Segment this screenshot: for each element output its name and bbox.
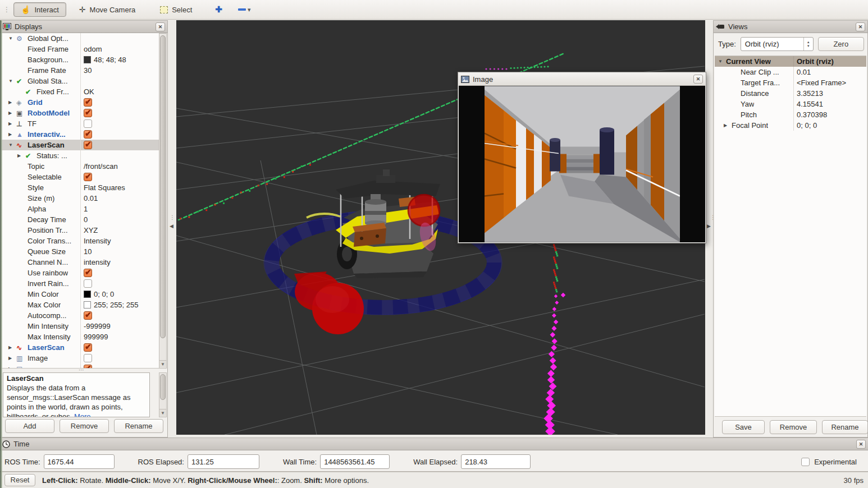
time-close-button[interactable]: ✕ xyxy=(856,440,866,449)
row-value[interactable]: intensity xyxy=(80,257,159,268)
tree-row[interactable]: Distance3.35213 xyxy=(715,88,866,99)
tree-row[interactable]: Backgroun...48; 48; 48 xyxy=(1,54,159,65)
row-value[interactable]: OK xyxy=(80,86,159,97)
row-value[interactable]: 999999 xyxy=(80,332,159,342)
displays-panel-header[interactable]: Displays ✕ xyxy=(1,21,167,33)
row-value[interactable]: 3.35213 xyxy=(793,88,866,99)
tree-row[interactable]: ▶▲Interactiv... xyxy=(1,129,159,140)
toolbar-grip-icon[interactable]: ⋮ xyxy=(3,6,8,13)
row-value[interactable] xyxy=(80,278,159,289)
expand-arrow-icon[interactable]: ▼ xyxy=(717,59,726,64)
tree-row[interactable]: Alpha1 xyxy=(1,204,159,214)
row-value[interactable]: -999999 xyxy=(80,321,159,332)
tree-row[interactable]: Fixed Frameodom xyxy=(1,44,159,54)
remove-view-button[interactable]: Remove xyxy=(770,420,817,434)
description-scrollbar[interactable]: ▼ xyxy=(159,372,167,417)
row-value[interactable] xyxy=(80,353,159,363)
row-value[interactable] xyxy=(80,268,159,278)
expand-arrow-icon[interactable]: ▶ xyxy=(7,111,16,116)
row-value[interactable]: 0; 0; 0 xyxy=(793,120,866,131)
row-value[interactable]: /front/scan xyxy=(80,161,159,172)
tree-row[interactable]: ▶Focal Point0; 0; 0 xyxy=(715,120,866,131)
row-value[interactable]: 30 xyxy=(80,65,159,76)
row-value[interactable] xyxy=(80,342,159,353)
tree-row[interactable]: Use rainbow xyxy=(1,268,159,278)
tree-row[interactable]: Channel N...intensity xyxy=(1,257,159,268)
row-value[interactable]: 0; 0; 0 xyxy=(80,289,159,300)
expand-arrow-icon[interactable]: ▶ xyxy=(7,356,16,361)
row-value[interactable] xyxy=(80,129,159,140)
row-value[interactable]: 0.01 xyxy=(80,193,159,204)
expand-arrow-icon[interactable]: ▶ xyxy=(7,100,16,105)
checkbox[interactable] xyxy=(84,311,92,320)
checkbox[interactable] xyxy=(84,98,92,107)
select-tool-button[interactable]: Select xyxy=(153,3,199,17)
checkbox[interactable] xyxy=(84,109,92,117)
chevron-down-icon[interactable]: ▾ xyxy=(248,6,251,13)
row-value[interactable] xyxy=(80,172,159,182)
row-value[interactable] xyxy=(80,118,159,129)
left-splitter[interactable]: ⋮ ◀ xyxy=(168,20,176,435)
remove-tool-button[interactable]: ▾ xyxy=(238,6,251,13)
tree-row[interactable]: ▶⊥TF xyxy=(1,118,159,129)
checkbox[interactable] xyxy=(84,269,92,277)
row-value[interactable]: 10 xyxy=(80,246,159,257)
row-value[interactable]: 1 xyxy=(80,204,159,214)
add-tool-button[interactable]: ✚ xyxy=(213,4,225,15)
tree-row[interactable]: ▶▣RobotModel xyxy=(1,108,159,118)
displays-tree-scrollbar[interactable]: ▼ xyxy=(159,33,167,369)
row-value[interactable]: 0.01 xyxy=(793,67,866,77)
tree-row[interactable]: Target Fra...<Fixed Frame> xyxy=(715,77,866,88)
reset-button[interactable]: Reset xyxy=(4,474,35,486)
tree-row[interactable]: Topic/front/scan xyxy=(1,161,159,172)
expand-arrow-icon[interactable]: ▼ xyxy=(7,142,16,148)
row-value[interactable]: 48; 48; 48 xyxy=(80,54,159,65)
row-value[interactable] xyxy=(80,33,159,44)
row-value[interactable] xyxy=(80,97,159,108)
displays-close-button[interactable]: ✕ xyxy=(156,22,165,31)
expand-arrow-icon[interactable]: ▶ xyxy=(7,132,16,137)
tree-row[interactable]: Autocomp... xyxy=(1,310,159,321)
row-value[interactable] xyxy=(80,150,159,161)
tree-row[interactable]: ▼⚙Global Opt... xyxy=(1,33,159,44)
tree-row[interactable]: ▼✔Global Sta... xyxy=(1,76,159,86)
image-window-header[interactable]: Image ✕ xyxy=(459,73,705,86)
tree-row[interactable]: Yaw4.15541 xyxy=(715,99,866,109)
view-type-combo[interactable]: Orbit (rviz) ▲▼ xyxy=(741,37,814,51)
views-close-button[interactable]: ✕ xyxy=(856,22,865,31)
experimental-checkbox[interactable] xyxy=(801,458,810,466)
tree-row[interactable]: ▼Current ViewOrbit (rviz) xyxy=(715,56,866,67)
wall-time-input[interactable] xyxy=(320,454,390,469)
move-camera-tool-button[interactable]: ✛ Move Camera xyxy=(72,2,143,17)
ros-elapsed-input[interactable] xyxy=(188,454,259,469)
expand-arrow-icon[interactable]: ▶ xyxy=(723,123,732,128)
checkbox[interactable] xyxy=(84,343,92,352)
checkbox[interactable] xyxy=(84,354,92,362)
remove-display-button[interactable]: Remove xyxy=(60,419,109,433)
image-window[interactable]: Image ✕ xyxy=(458,72,706,243)
tree-row[interactable]: ▶∿LaserScan xyxy=(1,342,159,353)
expand-arrow-icon[interactable]: ▶ xyxy=(7,121,16,126)
tree-row[interactable]: Selectable xyxy=(1,172,159,182)
tree-row[interactable]: ▼∿LaserScan xyxy=(1,140,159,150)
tree-row[interactable]: Decay Time0 xyxy=(1,214,159,225)
row-value[interactable] xyxy=(80,310,159,321)
save-view-button[interactable]: Save xyxy=(722,420,765,434)
checkbox[interactable] xyxy=(84,279,92,288)
tree-row[interactable]: Queue Size10 xyxy=(1,246,159,257)
tree-row[interactable]: Position Tr...XYZ xyxy=(1,225,159,236)
more-link[interactable]: More... xyxy=(74,412,97,417)
tree-row[interactable]: Color Trans...Intensity xyxy=(1,236,159,246)
ros-time-input[interactable] xyxy=(44,454,115,469)
tree-row[interactable]: ▶✔Status: ... xyxy=(1,150,159,161)
checkbox[interactable] xyxy=(84,141,92,149)
collapse-right-icon[interactable]: ▶ xyxy=(707,223,711,229)
time-panel-header[interactable]: Time ✕ xyxy=(0,438,868,450)
interactive-marker-left-icon[interactable] xyxy=(294,271,364,334)
views-panel-header[interactable]: Views ✕ xyxy=(714,21,867,33)
expand-arrow-icon[interactable]: ▼ xyxy=(7,79,16,84)
checkbox[interactable] xyxy=(84,130,92,139)
expand-arrow-icon[interactable]: ▼ xyxy=(7,36,16,41)
tree-row[interactable]: StyleFlat Squares xyxy=(1,182,159,193)
tree-row[interactable]: Pitch0.370398 xyxy=(715,109,866,120)
